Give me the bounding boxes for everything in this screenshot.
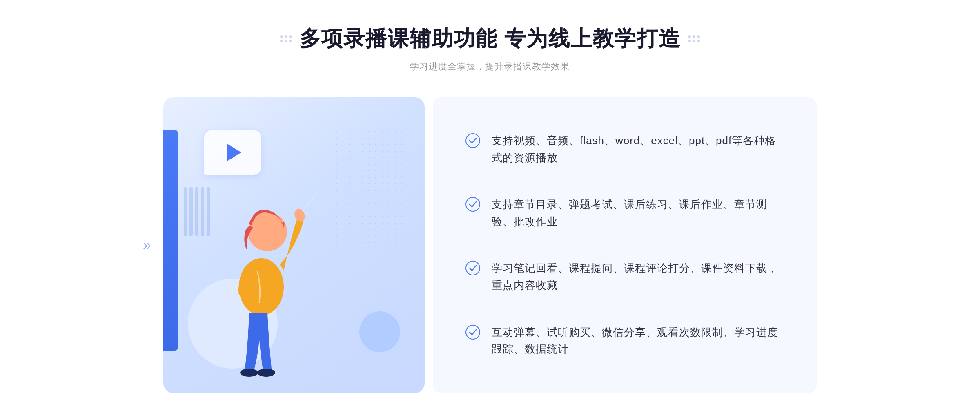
svg-point-8 bbox=[466, 134, 480, 148]
dot-grid-right bbox=[688, 35, 700, 42]
svg-point-9 bbox=[466, 197, 480, 211]
title-dots-left bbox=[280, 35, 292, 42]
svg-point-0 bbox=[239, 258, 284, 315]
feature-text-4: 互动弹幕、试听购买、微信分享、观看次数限制、学习进度跟踪、数据统计 bbox=[492, 324, 784, 358]
person-illustration bbox=[204, 156, 318, 393]
deco-circle-small bbox=[359, 311, 400, 352]
page-container: 多项录播课辅助功能 专为线上教学打造 学习进度全掌握，提升录播课教学效果 » bbox=[0, 25, 980, 393]
check-icon-2 bbox=[466, 197, 480, 212]
title-dots-right bbox=[688, 35, 700, 42]
svg-point-10 bbox=[466, 261, 480, 275]
svg-point-11 bbox=[466, 325, 480, 339]
dot-grid-left bbox=[280, 35, 292, 42]
features-area: 支持视频、音频、flash、word、excel、ppt、pdf等各种格式的资源… bbox=[433, 97, 817, 393]
chevrons-left: » bbox=[143, 237, 151, 254]
feature-text-1: 支持视频、音频、flash、word、excel、ppt、pdf等各种格式的资源… bbox=[492, 132, 784, 166]
content-section: » bbox=[163, 97, 817, 393]
check-icon-1 bbox=[466, 133, 480, 148]
page-subtitle: 学习进度全掌握，提升录播课教学效果 bbox=[410, 60, 570, 73]
illustration-area bbox=[163, 97, 425, 393]
check-icon-4 bbox=[466, 325, 480, 340]
check-icon-3 bbox=[466, 261, 480, 275]
feature-item-4: 互动弹幕、试听购买、微信分享、观看次数限制、学习进度跟踪、数据统计 bbox=[466, 309, 784, 373]
svg-point-4 bbox=[257, 369, 275, 377]
feature-item-1: 支持视频、音频、flash、word、excel、ppt、pdf等各种格式的资源… bbox=[466, 118, 784, 181]
title-row: 多项录播课辅助功能 专为线上教学打造 bbox=[280, 25, 700, 53]
header-section: 多项录播课辅助功能 专为线上教学打造 学习进度全掌握，提升录播课教学效果 bbox=[280, 25, 700, 73]
blue-bar-decoration bbox=[163, 130, 178, 351]
feature-item-3: 学习笔记回看、课程提问、课程评论打分、课件资料下载，重点内容收藏 bbox=[466, 245, 784, 309]
dot-pattern-decoration bbox=[327, 122, 408, 244]
chevron-icon: » bbox=[143, 237, 151, 254]
svg-point-3 bbox=[240, 369, 258, 377]
feature-text-3: 学习笔记回看、课程提问、课程评论打分、课件资料下载，重点内容收藏 bbox=[492, 260, 784, 294]
feature-text-2: 支持章节目录、弹题考试、课后练习、课后作业、章节测验、批改作业 bbox=[492, 196, 784, 230]
page-title: 多项录播课辅助功能 专为线上教学打造 bbox=[299, 25, 681, 53]
feature-item-2: 支持章节目录、弹题考试、课后练习、课后作业、章节测验、批改作业 bbox=[466, 181, 784, 245]
